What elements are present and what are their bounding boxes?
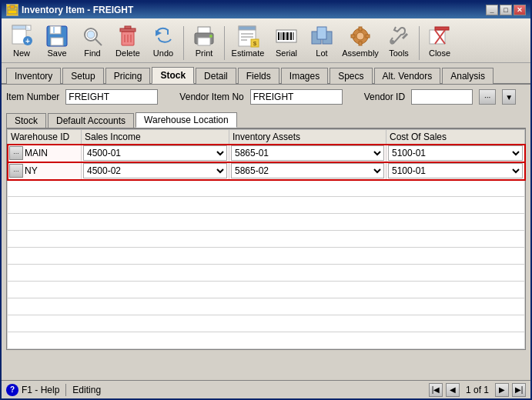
nav-next-button[interactable]: ▶ [495,383,509,397]
print-label: Print [196,48,213,58]
close-button[interactable]: ✕ [514,5,526,15]
status-bar: ? F1 - Help Editing |◀ ◀ 1 of 1 ▶ ▶| [2,380,530,398]
sub-tab-stock[interactable]: Stock [6,113,46,128]
sub-tab-warehouselocation[interactable]: Warehouse Location [136,112,237,128]
item-number-label: Item Number [6,92,59,102]
data-table-wrapper: Warehouse ID Sales Income Inventory Asse… [6,128,526,350]
row2-warehouse-id: NY [25,165,38,176]
help-section: ? F1 - Help [6,384,66,396]
new-button[interactable]: + New [5,22,38,60]
delete-button[interactable]: Delete [111,22,145,60]
close-toolbar-icon [427,24,452,48]
sub-tab-row: Stock Default Accounts Warehouse Locatio… [6,112,526,128]
toolbar-separator-2 [224,26,225,60]
row1-sales-cell: 4500-01 [82,145,229,162]
svg-rect-1 [10,5,15,8]
vendor-item-no-label: Vendor Item No [179,92,243,102]
svg-rect-10 [50,26,61,34]
vendor-id-dropdown-button[interactable]: ▼ [502,89,516,105]
empty-row [8,315,525,332]
row2-cos-select[interactable]: 5100-01 [388,163,523,178]
new-label: New [13,48,30,58]
row1-cos-cell: 5100-01 [386,145,525,162]
tab-pricing[interactable]: Pricing [105,68,151,84]
toolbar-separator-3 [419,26,420,60]
tab-images[interactable]: Images [281,68,328,84]
tools-button[interactable]: Tools [382,22,416,60]
row1-browse-button[interactable]: ··· [9,146,23,160]
warehouse-table: Warehouse ID Sales Income Inventory Asse… [7,129,525,349]
svg-rect-11 [51,38,63,45]
tab-fields[interactable]: Fields [238,68,279,84]
undo-button[interactable]: Undo [146,22,180,60]
empty-row [8,265,525,282]
tab-setup[interactable]: Setup [62,68,103,84]
close-toolbar-label: Close [429,48,450,58]
tools-label: Tools [389,48,409,58]
row1-warehouse-id: MAIN [25,148,48,158]
sub-panel: Stock Default Accounts Warehouse Locatio… [6,112,526,377]
svg-marker-22 [156,30,162,36]
estimate-button[interactable]: $ Estimate [228,22,268,60]
tab-altvendors[interactable]: Alt. Vendors [374,68,441,84]
sub-tab-defaultaccounts[interactable]: Default Accounts [48,113,134,128]
window-controls: _ □ ✕ [486,5,526,15]
nav-first-button[interactable]: |◀ [429,383,443,397]
maximize-button[interactable]: □ [500,5,512,15]
col-header-sales: Sales Income [82,130,229,145]
row1-cos-select[interactable]: 5100-01 [388,145,523,161]
row1-assets-select[interactable]: 5865-01 [231,145,384,161]
minimize-button[interactable]: _ [486,5,498,15]
empty-row [8,214,525,231]
row1-assets-dropdown: 5865-01 [231,145,384,161]
svg-rect-28 [239,26,256,30]
nav-controls: |◀ ◀ 1 of 1 ▶ ▶| [429,383,526,397]
find-icon [80,24,105,48]
nav-prev-button[interactable]: ◀ [446,383,460,397]
svg-point-52 [391,40,394,43]
vendor-id-browse-button[interactable]: ··· [479,89,496,105]
lot-button[interactable]: Lot [305,22,339,60]
row2-cos-dropdown: 5100-01 [388,163,523,178]
table-header-row: Warehouse ID Sales Income Inventory Asse… [8,130,525,145]
title-bar-left: Inventory Item - FREIGHT [6,4,133,16]
empty-row [8,298,525,315]
svg-rect-4 [12,25,26,29]
delete-label: Delete [115,48,140,58]
main-tab-row: Inventory Setup Pricing Stock Detail Fie… [2,63,530,85]
nav-last-button[interactable]: ▶| [512,383,526,397]
svg-rect-51 [366,35,370,38]
print-icon [192,24,216,48]
row2-sales-select[interactable]: 4500-02 [83,163,227,178]
tab-analysis[interactable]: Analysis [442,68,494,84]
svg-text:$: $ [253,40,257,47]
vendor-item-no-input[interactable] [250,89,343,105]
svg-rect-25 [198,38,210,45]
tab-inventory[interactable]: Inventory [6,68,61,84]
empty-row [8,248,525,265]
vendor-id-input[interactable] [411,89,473,105]
table-row: ··· NY 4500-02 [8,162,525,180]
tab-specs[interactable]: Specs [330,68,372,84]
col-header-cos: Cost Of Sales [386,130,525,145]
tab-stock[interactable]: Stock [152,67,194,84]
svg-rect-50 [351,35,355,38]
status-editing: Editing [72,385,101,395]
form-row: Item Number Vendor Item No Vendor ID ···… [6,89,526,105]
assembly-button[interactable]: Assembly [340,22,380,60]
serial-button[interactable]: Serial [269,22,303,60]
save-button[interactable]: Save [40,22,74,60]
row2-browse-button[interactable]: ··· [9,164,23,178]
toolbar: + New Save [2,18,530,63]
print-button[interactable]: Print [187,22,221,60]
row1-sales-select[interactable]: 4500-01 [83,145,227,161]
window-title: Inventory Item - FREIGHT [22,5,133,15]
svg-line-14 [95,39,102,45]
tab-detail[interactable]: Detail [196,68,236,84]
close-toolbar-button[interactable]: Close [423,22,457,60]
row2-sales-dropdown: 4500-02 [83,163,227,178]
main-window: Inventory Item - FREIGHT _ □ ✕ + [0,0,532,400]
item-number-input[interactable] [65,89,158,105]
find-button[interactable]: Find [75,22,109,60]
row2-assets-select[interactable]: 5865-02 [231,163,384,178]
